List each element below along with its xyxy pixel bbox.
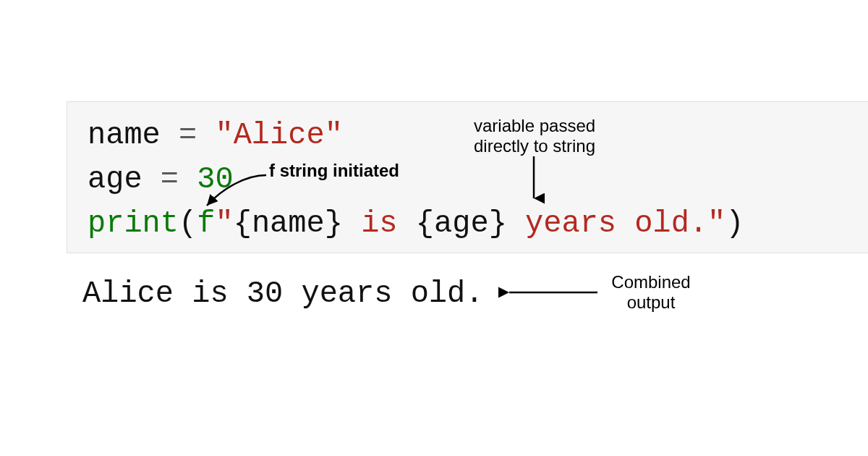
code-block: name = "Alice" age = 30 print(f"{name} i… bbox=[67, 101, 868, 253]
token-quote-open: " bbox=[215, 206, 233, 241]
token-variable: name bbox=[88, 118, 161, 153]
token-func: print bbox=[88, 206, 179, 241]
token-quote-close: " bbox=[707, 206, 726, 241]
token-brace-open: { bbox=[416, 206, 434, 241]
token-brace-close: } bbox=[325, 206, 343, 241]
program-output: Alice is 30 years old. bbox=[82, 276, 484, 311]
token-string-tail: years old. bbox=[507, 206, 707, 241]
annotation-varpass-line2: directly to string bbox=[474, 136, 595, 156]
token-var-in-brace: age bbox=[434, 206, 489, 241]
arrow-icon bbox=[203, 166, 275, 210]
token-rparen: ) bbox=[726, 206, 744, 241]
token-string: "Alice" bbox=[215, 118, 342, 153]
annotation-varpass-line1: variable passed bbox=[474, 116, 595, 136]
token-brace-open: { bbox=[234, 206, 252, 241]
token-variable: age bbox=[88, 162, 142, 197]
token-fprefix: f bbox=[197, 206, 215, 241]
arrow-icon bbox=[527, 156, 541, 207]
annotation-combined-line1: Combined bbox=[600, 272, 702, 292]
token-brace-close: } bbox=[489, 206, 507, 241]
token-string-mid: is bbox=[343, 206, 416, 241]
token-assign: = bbox=[142, 162, 197, 197]
annotation-combined-line2: output bbox=[600, 292, 702, 313]
token-lparen: ( bbox=[179, 206, 197, 241]
token-assign: = bbox=[161, 118, 216, 153]
token-var-in-brace: name bbox=[252, 206, 325, 241]
code-line-1: name = "Alice" bbox=[88, 114, 852, 158]
annotation-fstring: f string initiated bbox=[269, 161, 399, 181]
arrow-icon bbox=[506, 285, 600, 300]
diagram-stage: name = "Alice" age = 30 print(f"{name} i… bbox=[0, 0, 868, 456]
